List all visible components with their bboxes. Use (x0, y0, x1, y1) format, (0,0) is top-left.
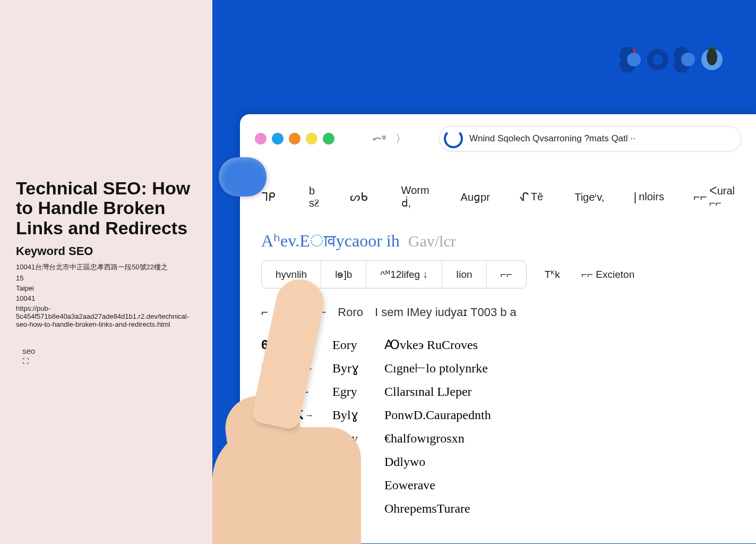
svg-point-2 (627, 53, 641, 66)
subhead-col: Hiy oun⌐ (280, 305, 326, 319)
list-item[interactable]: 8I 00K→EgryCllarsınal LJeper (261, 380, 735, 403)
list-item[interactable]: 68 00K→EoryꜴvkeэ RuCroves (261, 333, 735, 356)
list-item[interactable]: 1.3 00ᴷ→ByrɣCıgne⊢lo ptolynrke (261, 356, 735, 380)
row-code: Eory (332, 338, 370, 352)
row-code: Nıllv (332, 502, 370, 516)
nav-tab[interactable]: ᖋTē (519, 190, 543, 204)
logo-glyph (619, 45, 643, 74)
row-number: 17 004→ (261, 454, 317, 469)
list-item[interactable]: 8E 00K→ (261, 520, 735, 543)
row-number: 1.3 00ᴷ→ (261, 361, 317, 376)
address-text: Wnind Sqolech Qvsarroning ?mats Qatl ·· (469, 133, 635, 144)
row-desc: €halfowıgrosxn (384, 431, 465, 446)
row-number: 82 00K→ (261, 431, 317, 446)
row-code: Bory (332, 478, 370, 492)
dot-orange[interactable] (289, 133, 300, 144)
traffic-lights (255, 133, 334, 144)
dot-pink[interactable] (255, 133, 267, 144)
logo-glyph (673, 45, 697, 74)
row-code: Rylɣ (332, 454, 370, 469)
logo-area (619, 45, 724, 74)
arrow-icon: → (302, 387, 311, 396)
meta-line: Taipei (16, 284, 196, 292)
filter-row: hyvnlih lɘ]b ^ᴹ12lifeg ↓ Iion ⌐⌐ Tᴷk ⌐⌐ … (240, 260, 756, 299)
filter-tab[interactable]: ⌐⌐ (487, 261, 526, 288)
heading-main: Aʰev.Eावycaoor ih (261, 231, 400, 251)
page-heading-row: Aʰev.Eावycaoor ih Gav/lcr (240, 222, 756, 260)
nav-tab[interactable]: ᔕᑲ (350, 190, 370, 204)
blue-pill-decoration (219, 157, 267, 197)
filter-tab[interactable]: Iion (442, 261, 487, 288)
tag-box: seo ⛶ (16, 346, 196, 366)
filter-tab[interactable]: lɘ]b (321, 261, 366, 288)
svg-point-3 (633, 49, 636, 52)
dot-blue[interactable] (272, 133, 284, 144)
arrow-icon: → (303, 457, 312, 466)
subhead-text: I sem IMey iudyaɪ T003 b a (375, 305, 517, 319)
row-code: Bylɣ (332, 407, 370, 422)
arrow-icon: → (305, 341, 314, 350)
nav-tab[interactable]: ⌐⌐ᐸural ⌐⌐ (693, 184, 735, 209)
row-desc: Cıgne⊢lo ptolynrke (384, 361, 488, 376)
browser-bar: ⤺ᵠ 〉 Wnind Sqolech Qvsarroning ?mats Qat… (240, 114, 756, 163)
nav-tab[interactable]: Auɡpr (459, 191, 490, 203)
dot-yellow[interactable] (306, 133, 317, 144)
row-code: Bury (332, 431, 370, 446)
filter-action[interactable]: ⌐⌐ Excieton (581, 269, 634, 280)
filter-actions: Tᴷk ⌐⌐ Excieton (534, 260, 645, 288)
row-desc: Ddlywo (384, 455, 425, 469)
page-subtitle: Keyword SEO (16, 244, 196, 258)
back-icon[interactable]: ⤺ᵠ (373, 132, 386, 145)
loading-spinner-icon (444, 129, 463, 148)
row-code: Egry (332, 385, 370, 399)
row-number: 32 00K→ (261, 478, 317, 492)
row-desc: Eowerave (384, 478, 435, 492)
nav-tab[interactable]: |nloirs (633, 190, 664, 204)
tag-text: seo (22, 346, 196, 355)
arrow-icon: → (306, 528, 315, 537)
row-desc: Ꜵvkeэ RuCroves (384, 337, 478, 352)
row-number: 80 00K→ (261, 407, 317, 422)
logo-glyph (700, 45, 724, 74)
nav-tab[interactable]: b sᴤ (307, 185, 321, 209)
row-desc: OhrepemsTurare (384, 502, 470, 516)
row-desc: Cllarsınal LJeper (384, 385, 472, 399)
row-number: 8E 00K→ (261, 524, 317, 539)
list-item[interactable]: 17 004→RylɣDdlywo (261, 450, 735, 473)
nav-tab[interactable]: Worm ḋ, (399, 184, 429, 209)
list-item[interactable]: 80 00K→NıllvOhrepemsTurare (261, 497, 735, 520)
subhead-col: Roro (338, 305, 363, 319)
row-desc: PonwD.Caurapednth (384, 408, 491, 422)
meta-url: https://pub-5c454f571b8e40a3a2aad27ade84… (16, 304, 196, 328)
filter-tab[interactable]: ^ᴹ12lifeg ↓ (366, 261, 442, 288)
meta-line: 10041台灣台北市中正區忠孝西路一段50號22樓之 (16, 262, 196, 272)
page-title: Technical SEO: How to Handle Broken Link… (16, 178, 196, 238)
list-item[interactable]: 80 00K→BylɣPonwD.Caurapednth (261, 403, 735, 427)
row-number: 8I 00K→ (261, 384, 317, 399)
list-subhead: ⌐ Hiy oun⌐ Roro I sem IMey iudyaɪ T003 b… (240, 299, 756, 333)
nav-tab[interactable]: ᒣᑭ (261, 190, 278, 204)
list-item[interactable]: 82 00K→Bury€halfowıgrosxn (261, 427, 735, 450)
list-item[interactable]: 32 00K→BoryEowerave (261, 473, 735, 497)
arrow-icon: → (305, 434, 314, 443)
logo-glyph (646, 45, 670, 74)
arrow-icon: → (305, 364, 314, 373)
meta-line: 15 (16, 274, 196, 282)
arrow-icon: → (305, 411, 314, 420)
row-number: 68 00K→ (261, 337, 317, 352)
row-code: Byrɣ (332, 361, 370, 376)
filter-action[interactable]: Tᴷk (545, 268, 560, 280)
svg-point-10 (707, 48, 717, 65)
dot-green[interactable] (323, 133, 334, 144)
address-bar[interactable]: Wnind Sqolech Qvsarroning ?mats Qatl ·· (439, 126, 741, 151)
filter-tab[interactable]: hyvnlih (262, 261, 321, 288)
forward-icon[interactable]: 〉 (396, 132, 406, 146)
nav-tabs: ᒣᑭ b sᴤ ᔕᑲ Worm ḋ, Auɡpr ᖋTē Tigeⁱv, |nl… (240, 163, 756, 222)
browser-window: ⤺ᵠ 〉 Wnind Sqolech Qvsarroning ?mats Qat… (240, 114, 756, 543)
arrow-icon: → (305, 504, 314, 513)
arrow-icon: → (305, 481, 314, 490)
subhead-glyph: ⌐ (261, 305, 268, 319)
heading-sub: Gav/lcr (408, 232, 456, 250)
page-content: ᒣᑭ b sᴤ ᔕᑲ Worm ḋ, Auɡpr ᖋTē Tigeⁱv, |nl… (240, 163, 756, 543)
nav-tab[interactable]: Tigeⁱv, (572, 191, 604, 203)
